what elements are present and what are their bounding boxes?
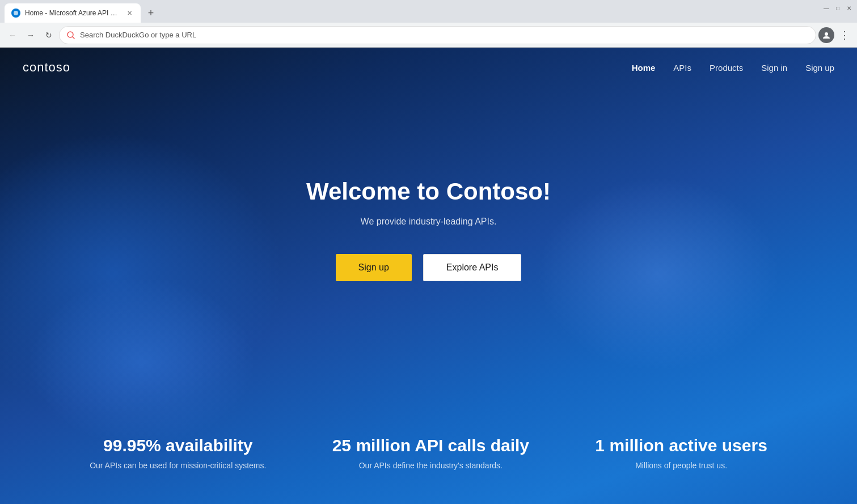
- tab-favicon-icon: [11, 9, 20, 18]
- window-controls: — □ ✕: [823, 5, 852, 11]
- hero-section: Welcome to Contoso! We provide industry-…: [0, 87, 857, 281]
- stat-availability-desc: Our APIs can be used for mission-critica…: [90, 461, 266, 470]
- tab-close-button[interactable]: ✕: [125, 9, 134, 18]
- hero-buttons: Sign up Explore APIs: [336, 254, 522, 281]
- hero-signup-button[interactable]: Sign up: [336, 254, 412, 281]
- stat-active-users: 1 million active users Millions of peopl…: [595, 436, 767, 470]
- nav-link-products[interactable]: Products: [710, 63, 743, 73]
- nav-link-signup[interactable]: Sign up: [805, 63, 834, 73]
- back-button[interactable]: ←: [5, 27, 20, 43]
- browser-tab[interactable]: Home - Microsoft Azure API Mar ✕: [5, 3, 141, 23]
- address-bar-text: Search DuckDuckGo or type a URL: [80, 31, 196, 39]
- stat-availability: 99.95% availability Our APIs can be used…: [90, 436, 266, 470]
- nav-links: Home APIs Products Sign in Sign up: [632, 63, 834, 73]
- minimize-button[interactable]: —: [823, 5, 830, 11]
- profile-button[interactable]: [818, 27, 834, 43]
- site-nav: contoso Home APIs Products Sign in Sign …: [0, 48, 857, 87]
- address-bar-icon: [66, 31, 75, 40]
- stat-active-users-number: 1 million active users: [595, 436, 767, 455]
- stat-active-users-desc: Millions of people trust us.: [595, 461, 767, 470]
- hero-subtitle: We provide industry-leading APIs.: [361, 217, 497, 227]
- stat-availability-number: 99.95% availability: [90, 436, 266, 455]
- browser-title-bar: Home - Microsoft Azure API Mar ✕ + — □ ✕: [0, 0, 857, 23]
- tab-title: Home - Microsoft Azure API Mar: [25, 9, 120, 17]
- new-tab-button[interactable]: +: [143, 5, 159, 21]
- stats-section: 99.95% availability Our APIs can be used…: [0, 402, 857, 504]
- stat-api-calls-desc: Our APIs define the industry's standards…: [332, 461, 529, 470]
- nav-link-home[interactable]: Home: [632, 63, 656, 73]
- stat-api-calls: 25 million API calls daily Our APIs defi…: [332, 436, 529, 470]
- maximize-button[interactable]: □: [834, 5, 841, 11]
- svg-point-3: [825, 32, 828, 36]
- address-bar[interactable]: Search DuckDuckGo or type a URL: [59, 26, 816, 44]
- nav-link-signin[interactable]: Sign in: [761, 63, 787, 73]
- close-button[interactable]: ✕: [846, 5, 852, 11]
- website-content: contoso Home APIs Products Sign in Sign …: [0, 48, 857, 504]
- svg-point-0: [14, 11, 18, 15]
- stat-api-calls-number: 25 million API calls daily: [332, 436, 529, 455]
- refresh-button[interactable]: ↻: [41, 27, 57, 43]
- hero-title: Welcome to Contoso!: [306, 178, 551, 205]
- browser-menu-button[interactable]: ⋮: [837, 27, 852, 43]
- site-logo[interactable]: contoso: [23, 60, 70, 75]
- hero-explore-button[interactable]: Explore APIs: [423, 254, 522, 281]
- forward-button[interactable]: →: [23, 27, 39, 43]
- svg-line-2: [73, 37, 74, 39]
- browser-nav-bar: ← → ↻ Search DuckDuckGo or type a URL ⋮: [0, 23, 857, 48]
- nav-link-apis[interactable]: APIs: [673, 63, 691, 73]
